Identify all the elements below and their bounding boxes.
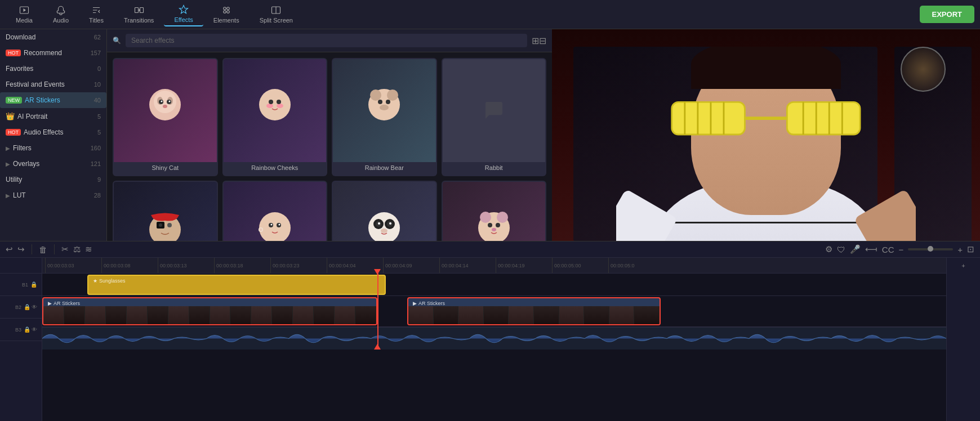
- timeline-tracks[interactable]: 00:00:03:03 00:00:03:08 00:00:03:13 00:0…: [42, 258, 946, 421]
- top-nav: Media Audio Titles Transitions Effects E…: [0, 0, 980, 29]
- timeline-split-button[interactable]: ⟻: [865, 244, 877, 254]
- playhead-bottom: [374, 344, 381, 350]
- lock-icon-b3[interactable]: 🔒: [24, 326, 30, 333]
- time-ruler: 00:00:03:03 00:00:03:08 00:00:03:13 00:0…: [42, 258, 946, 274]
- svg-point-6: [226, 7, 229, 10]
- svg-point-55: [492, 228, 496, 231]
- audio-adjust-button[interactable]: ⚖: [73, 244, 81, 254]
- svg-point-42: [368, 212, 400, 244]
- sidebar-item-download[interactable]: Download 62: [0, 29, 106, 45]
- nav-audio[interactable]: Audio: [43, 3, 79, 26]
- clip-ar-stickers-1[interactable]: ▶ AR Stickers: [42, 297, 377, 325]
- delete-clip-button[interactable]: 🗑: [39, 245, 47, 254]
- track-label-b3: B3 🔒 👁: [0, 319, 42, 341]
- svg-point-39: [278, 223, 280, 225]
- search-input[interactable]: [126, 34, 527, 47]
- search-bar: 🔍 ⊞⊟: [107, 29, 552, 52]
- svg-point-19: [163, 105, 167, 108]
- sidebar-item-overlays[interactable]: ▶ Overlays 121: [0, 156, 106, 172]
- track-labels: B1 🔒 B2 🔒 👁 B3 🔒 👁: [0, 258, 42, 421]
- ripple-button[interactable]: ≋: [85, 244, 92, 254]
- zoom-in-button[interactable]: +: [957, 245, 963, 254]
- timeline-section: ↩ ↪ 🗑 ✂ ⚖ ≋ ⚙ 🛡 🎤 ⟻ CC − + ⊡ B: [0, 241, 980, 421]
- sidebar-item-ai-portrait[interactable]: 👑 AI Portrait 5: [0, 108, 106, 124]
- svg-point-53: [488, 223, 492, 227]
- eye-icon-b3[interactable]: 👁: [32, 326, 37, 333]
- timeline-mic-button[interactable]: 🎤: [850, 244, 861, 254]
- svg-point-34: [167, 223, 172, 227]
- nav-titles[interactable]: Titles: [79, 3, 114, 26]
- toolbar-separator2: [54, 244, 55, 254]
- sidebar-item-festival[interactable]: Festival and Events 10: [0, 77, 106, 92]
- effect-card-rainbow-bear[interactable]: Rainbow Bear: [332, 58, 437, 176]
- svg-marker-1: [23, 8, 26, 12]
- effect-card-rainbow-cheeks[interactable]: Rainbow Cheeks: [222, 58, 328, 176]
- svg-point-7: [223, 11, 226, 14]
- playhead-top: [374, 269, 381, 275]
- sidebar-item-audio-effects[interactable]: HOT Audio Effects 5: [0, 124, 106, 140]
- star-icon: ★: [93, 278, 97, 284]
- add-track-button[interactable]: +: [961, 262, 965, 269]
- track-row-b2: ▶ AR Stickers: [42, 296, 946, 327]
- svg-point-29: [386, 100, 390, 104]
- svg-point-47: [378, 222, 380, 225]
- timeline-shield-button[interactable]: 🛡: [837, 245, 845, 254]
- svg-point-38: [270, 223, 272, 225]
- svg-marker-4: [180, 6, 188, 14]
- svg-point-54: [496, 223, 500, 227]
- sidebar-item-utility[interactable]: Utility 9: [0, 172, 106, 187]
- svg-point-35: [259, 212, 291, 244]
- timeline-right-toolbar: +: [946, 258, 980, 421]
- cut-button[interactable]: ✂: [61, 244, 69, 254]
- svg-point-12: [154, 91, 176, 113]
- svg-point-33: [159, 223, 162, 227]
- sidebar-item-recommend[interactable]: HOT Recommend 157: [0, 45, 106, 61]
- sidebar-item-ar-stickers[interactable]: NEW AR Stickers 40: [0, 92, 106, 108]
- lock-icon-b2[interactable]: 🔒: [24, 304, 30, 310]
- svg-point-22: [277, 104, 283, 108]
- lock-icon-b1[interactable]: 🔒: [30, 281, 37, 288]
- svg-point-49: [381, 229, 387, 233]
- svg-point-26: [370, 89, 381, 101]
- waveform-row: [42, 327, 946, 350]
- eye-icon-b2[interactable]: 👁: [32, 304, 37, 310]
- clip-sunglasses[interactable]: ★ Sunglasses: [87, 275, 386, 295]
- svg-point-30: [380, 105, 389, 110]
- redo-button[interactable]: ↪: [17, 244, 25, 254]
- nav-elements[interactable]: Elements: [203, 3, 250, 26]
- fit-button[interactable]: ⊡: [967, 244, 974, 254]
- tracks-area: ★ Sunglasses ▶ AR Stickers: [42, 274, 946, 350]
- video-icon: ▶: [48, 301, 52, 306]
- nav-splitscreen[interactable]: Split Screen: [250, 3, 303, 26]
- svg-point-8: [226, 11, 229, 14]
- nav-transitions[interactable]: Transitions: [114, 3, 164, 26]
- sidebar-item-lut[interactable]: ▶ LUT 28: [0, 187, 106, 203]
- nav-effects[interactable]: Effects: [164, 2, 203, 26]
- effect-card-rabbit[interactable]: Rabbit: [442, 58, 547, 176]
- nav-media[interactable]: Media: [6, 3, 43, 26]
- clip-ar-stickers-2[interactable]: ▶ AR Stickers: [407, 297, 661, 325]
- undo-button[interactable]: ↩: [6, 244, 13, 254]
- track-label-b2: B2 🔒 👁: [0, 296, 42, 319]
- sidebar-item-favorites[interactable]: Favorites 0: [0, 61, 106, 77]
- search-icon: 🔍: [113, 37, 121, 44]
- svg-rect-3: [140, 8, 143, 13]
- svg-point-28: [378, 100, 382, 104]
- video-icon-2: ▶: [413, 301, 417, 306]
- ruler-label-spacer: [0, 258, 42, 274]
- zoom-out-button[interactable]: −: [898, 245, 903, 254]
- svg-point-41: [259, 228, 262, 231]
- svg-point-17: [161, 101, 163, 102]
- zoom-slider-thumb[interactable]: [928, 246, 933, 252]
- grid-toggle-button[interactable]: ⊞⊟: [532, 35, 546, 46]
- effect-card-shiny-cat[interactable]: Shiny Cat: [113, 58, 218, 176]
- svg-point-21: [266, 104, 273, 108]
- track-row-b1: ★ Sunglasses: [42, 274, 946, 296]
- playhead[interactable]: [377, 274, 378, 350]
- svg-rect-2: [135, 8, 138, 13]
- svg-point-20: [259, 89, 291, 120]
- timeline-settings-button[interactable]: ⚙: [825, 244, 832, 254]
- timeline-cc-button[interactable]: CC: [882, 245, 894, 254]
- export-button[interactable]: EXPORT: [920, 6, 974, 23]
- sidebar-item-filters[interactable]: ▶ Filters 160: [0, 140, 106, 156]
